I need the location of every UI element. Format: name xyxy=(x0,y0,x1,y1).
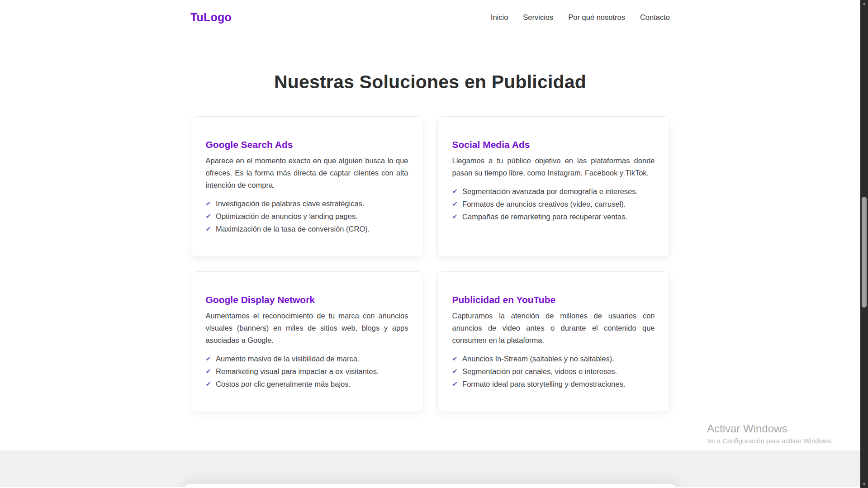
card-google-display-network: Google Display Network Aumentamos el rec… xyxy=(191,271,423,412)
card-social-media-ads: Social Media Ads Llegamos a tu público o… xyxy=(437,116,670,257)
card-description: Llegamos a tu público objetivo en las pl… xyxy=(452,155,655,179)
site-logo[interactable]: TuLogo xyxy=(190,11,232,24)
nav-item-por-que-nosotros[interactable]: Por qué nosotros xyxy=(568,13,625,22)
check-icon: ✔ xyxy=(206,379,212,389)
card-description: Aumentamos el reconocimiento de tu marca… xyxy=(206,310,408,346)
feature-text: Campañas de remarketing para recuperar v… xyxy=(462,212,627,221)
card-title: Publicidad en YouTube xyxy=(452,294,655,305)
feature-text: Anuncios In-Stream (saltables y no salta… xyxy=(462,354,614,363)
feature-list: ✔ Aumento masivo de la visibilidad de ma… xyxy=(206,354,408,389)
feature-item: ✔ Remarketing visual para impactar a ex-… xyxy=(206,367,408,376)
card-publicidad-youtube: Publicidad en YouTube Capturamos la aten… xyxy=(437,271,670,412)
feature-item: ✔ Campañas de remarketing para recuperar… xyxy=(452,212,655,221)
check-icon: ✔ xyxy=(206,367,212,376)
feature-text: Formatos de anuncios creativos (video, c… xyxy=(462,199,626,208)
feature-item: ✔ Anuncios In-Stream (saltables y no sal… xyxy=(452,354,655,363)
check-icon: ✔ xyxy=(206,199,212,208)
card-description: Capturamos la atención de millones de us… xyxy=(452,310,655,346)
check-icon: ✔ xyxy=(452,187,458,196)
feature-text: Formato ideal para storytelling y demost… xyxy=(462,379,625,389)
card-title: Google Display Network xyxy=(206,294,408,305)
solutions-grid: Google Search Ads Aparece en el momento … xyxy=(0,116,860,412)
feature-text: Maximización de la tasa de conversión (C… xyxy=(216,224,370,233)
scrollbar-thumb[interactable] xyxy=(862,197,867,308)
feature-text: Investigación de palabras clave estratég… xyxy=(216,199,364,208)
feature-item: ✔ Costos por clic generalmente más bajos… xyxy=(206,379,408,389)
feature-item: ✔ Aumento masivo de la visibilidad de ma… xyxy=(206,354,408,363)
feature-item: ✔ Formatos de anuncios creativos (video,… xyxy=(452,199,655,208)
scroll-down-icon[interactable]: ▼ xyxy=(860,481,868,488)
check-icon: ✔ xyxy=(452,199,458,208)
feature-text: Aumento masivo de la visibilidad de marc… xyxy=(216,354,359,363)
check-icon: ✔ xyxy=(206,212,212,221)
next-section xyxy=(0,450,860,487)
scroll-up-icon[interactable]: ▲ xyxy=(860,0,868,7)
feature-text: Segmentación por canales, videos e inter… xyxy=(462,367,617,376)
site-header: TuLogo Inicio Servicios Por qué nosotros… xyxy=(0,0,860,35)
feature-text: Optimización de anuncios y landing pages… xyxy=(216,212,358,221)
check-icon: ✔ xyxy=(452,379,458,389)
solutions-section: Nuestras Soluciones en Publicidad Google… xyxy=(0,35,860,450)
feature-text: Costos por clic generalmente más bajos. xyxy=(216,379,351,389)
section-heading: Nuestras Soluciones en Publicidad xyxy=(0,35,860,93)
nav-item-inicio[interactable]: Inicio xyxy=(491,13,508,22)
feature-item: ✔ Segmentación avanzada por demografía e… xyxy=(452,187,655,196)
check-icon: ✔ xyxy=(452,354,458,363)
feature-list: ✔ Anuncios In-Stream (saltables y no sal… xyxy=(452,354,655,389)
nav-item-contacto[interactable]: Contacto xyxy=(640,13,670,22)
feature-item: ✔ Investigación de palabras clave estrat… xyxy=(206,199,408,208)
feature-item: ✔ Formato ideal para storytelling y demo… xyxy=(452,379,655,389)
card-google-search-ads: Google Search Ads Aparece en el momento … xyxy=(191,116,423,257)
check-icon: ✔ xyxy=(452,367,458,376)
scrollbar[interactable]: ▲ ▼ xyxy=(860,0,868,488)
next-section-card xyxy=(183,484,677,487)
card-title: Social Media Ads xyxy=(452,139,655,150)
card-title: Google Search Ads xyxy=(206,139,408,150)
feature-item: ✔ Maximización de la tasa de conversión … xyxy=(206,224,408,233)
feature-item: ✔ Optimización de anuncios y landing pag… xyxy=(206,212,408,221)
feature-item: ✔ Segmentación por canales, videos e int… xyxy=(452,367,655,376)
main-nav: Inicio Servicios Por qué nosotros Contac… xyxy=(491,13,670,22)
check-icon: ✔ xyxy=(452,212,458,221)
feature-text: Remarketing visual para impactar a ex-vi… xyxy=(216,367,379,376)
nav-item-servicios[interactable]: Servicios xyxy=(523,13,553,22)
feature-list: ✔ Investigación de palabras clave estrat… xyxy=(206,199,408,233)
feature-text: Segmentación avanzada por demografía e i… xyxy=(462,187,638,196)
check-icon: ✔ xyxy=(206,354,212,363)
card-description: Aparece en el momento exacto en que algu… xyxy=(206,155,408,191)
feature-list: ✔ Segmentación avanzada por demografía e… xyxy=(452,187,655,221)
check-icon: ✔ xyxy=(206,224,212,233)
